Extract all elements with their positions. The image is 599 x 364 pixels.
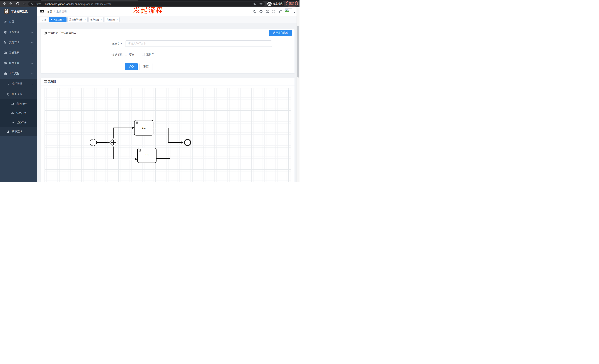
browser-back-icon[interactable]	[3, 2, 6, 5]
tab-home[interactable]: 首页	[40, 17, 48, 22]
end-event-node[interactable]	[185, 139, 191, 146]
tab-close-icon[interactable]: ×	[63, 18, 65, 21]
document-icon	[44, 32, 47, 34]
required-asterisk: *	[111, 53, 112, 56]
parallel-gateway-node[interactable]	[109, 138, 118, 147]
avatar[interactable]	[285, 8, 292, 16]
breadcrumb-home[interactable]: 首页	[47, 10, 52, 13]
checkbox-label[interactable]: 选项一	[129, 53, 137, 56]
monitor-icon	[4, 51, 7, 54]
tab-close-icon[interactable]: ×	[100, 18, 102, 21]
url-path: /bpm/process-instance/create	[78, 3, 112, 6]
face-icon	[11, 102, 14, 106]
sidebar-item-home[interactable]: 首页	[0, 17, 37, 27]
page-content: 申请信息【测试多审批人】 选择其它流程 *单行文本 请输入单行文本 *多选框组 …	[37, 23, 297, 182]
tab-form-edit[interactable]: 流程表单-编辑 ×	[67, 17, 88, 22]
choose-other-process-button[interactable]: 选择其它流程	[269, 30, 292, 36]
screenshot-root: 不安全 dashboard.yudao.iocoder.cn /bpm/proc…	[0, 0, 300, 182]
briefcase-icon	[4, 72, 7, 75]
card-title: 流程图	[48, 80, 56, 83]
bpmn-canvas[interactable]: 1.1 1.2	[44, 88, 291, 182]
github-icon[interactable]	[259, 10, 263, 13]
page-scrollbar[interactable]	[297, 7, 300, 182]
submit-button[interactable]: 提交	[125, 63, 138, 70]
broken-image-icon	[285, 9, 289, 12]
help-icon[interactable]	[266, 10, 269, 13]
dashboard-icon	[4, 20, 7, 24]
app-logo-row[interactable]: 芋道管理系统	[0, 7, 37, 16]
picture-icon	[44, 80, 47, 83]
url-separator	[43, 3, 43, 5]
sidebar-item-devtools[interactable]: 研发工具	[0, 58, 37, 68]
sidebar-collapse-icon[interactable]	[40, 10, 44, 14]
tab-my-process[interactable]: 我的流程 ×	[105, 17, 120, 22]
sidebar-item-todo-tasks[interactable]: 待办任务	[0, 109, 37, 118]
task-label: 1.1	[142, 126, 146, 129]
sidebar-item-label: 系统管理	[9, 30, 19, 34]
gear-icon	[4, 31, 7, 34]
sidebar-item-infra[interactable]: 基础设施	[0, 48, 37, 58]
reset-button[interactable]: 重置	[140, 63, 152, 70]
main-area: 首页 / 发起流程	[37, 7, 297, 182]
yen-icon	[4, 41, 7, 44]
browser-tabstrip	[0, 0, 300, 1]
field-label-checkbox-group: *多选框组	[98, 53, 123, 57]
single-text-input[interactable]: 请输入单行文本	[125, 40, 272, 47]
sidebar-item-done-tasks[interactable]: 已办任务	[0, 118, 37, 127]
checkbox-option-2[interactable]	[142, 53, 145, 56]
search-icon[interactable]	[253, 10, 256, 13]
tab-done-tasks[interactable]: 已办任务 ×	[88, 17, 104, 22]
tree-icon	[7, 93, 10, 96]
eye-icon	[11, 112, 14, 115]
user-task-node-1-1[interactable]: 1.1	[134, 120, 153, 135]
field-label-single-text: *单行文本	[98, 42, 123, 46]
sidebar-item-process-mgmt[interactable]: 流程管理	[0, 79, 37, 89]
avatar-dropdown-caret[interactable]	[293, 12, 295, 13]
sidebar-item-label: 首页	[9, 20, 14, 24]
edge-gateway-task12	[114, 147, 135, 159]
sidebar-item-task-mgmt[interactable]: 任务管理	[0, 89, 37, 99]
sidebar-item-label: 基础设施	[9, 51, 19, 54]
security-label: 不安全	[34, 2, 41, 6]
edge-gateway-task11	[114, 128, 132, 138]
checkbox-group: 选项一 选项二	[125, 53, 154, 56]
tab-close-icon[interactable]: ×	[84, 18, 86, 21]
tab-label: 发起流程	[53, 18, 62, 21]
font-size-icon[interactable]	[279, 10, 282, 13]
sidebar-item-leave-query[interactable]: 请假查询	[0, 127, 37, 136]
checkbox-option-1[interactable]	[125, 53, 127, 56]
sidebar: 芋道管理系统 首页 系统管理 支付管理 基础设施	[0, 7, 37, 182]
sidebar-item-label: 我的流程	[17, 102, 27, 106]
fullscreen-icon[interactable]	[272, 10, 276, 13]
bookmark-star-icon[interactable]	[259, 2, 263, 6]
tab-close-icon[interactable]: ×	[116, 18, 118, 21]
user-task-node-1-2[interactable]: 1.2	[137, 148, 156, 163]
sidebar-item-my-process[interactable]: 我的流程	[0, 99, 37, 109]
browser-active-tab[interactable]	[41, 0, 138, 1]
task-mgmt-submenu: 我的流程 待办任务 已办任务	[0, 99, 37, 127]
sidebar-menu: 首页 系统管理 支付管理 基础设施 研发工具	[0, 17, 37, 136]
password-key-icon[interactable]	[253, 2, 257, 6]
scrollbar-thumb[interactable]	[297, 26, 299, 77]
sidebar-item-label: 请假查询	[12, 130, 22, 133]
required-asterisk: *	[111, 42, 112, 45]
browser-forward-icon[interactable]	[9, 2, 13, 5]
sidebar-item-label: 工作流程	[9, 72, 19, 75]
tab-start-process[interactable]: 发起流程 ×	[49, 17, 67, 22]
start-event-node[interactable]	[90, 139, 97, 146]
security-status[interactable]: 不安全	[30, 2, 41, 6]
sidebar-item-workflow[interactable]: 工作流程	[0, 68, 37, 79]
eye-off-icon	[11, 121, 14, 124]
flow-diagram-header: 流程图	[41, 78, 294, 85]
sidebar-item-label: 已办任务	[17, 121, 27, 124]
flow-diagram-card: 流程图	[41, 78, 295, 182]
app-header: 首页 / 发起流程	[37, 7, 297, 16]
browser-reload-icon[interactable]	[16, 2, 19, 5]
browser-menu-icon[interactable]	[295, 2, 296, 5]
sidebar-item-system[interactable]: 系统管理	[0, 27, 37, 37]
checkbox-label[interactable]: 选项二	[146, 53, 154, 56]
sidebar-item-payment[interactable]: 支付管理	[0, 37, 37, 48]
browser-update-button[interactable]: 更新	[286, 1, 298, 7]
application-info-card: 申请信息【测试多审批人】 选择其它流程 *单行文本 请输入单行文本 *多选框组 …	[41, 29, 295, 74]
browser-home-icon[interactable]	[22, 2, 26, 5]
